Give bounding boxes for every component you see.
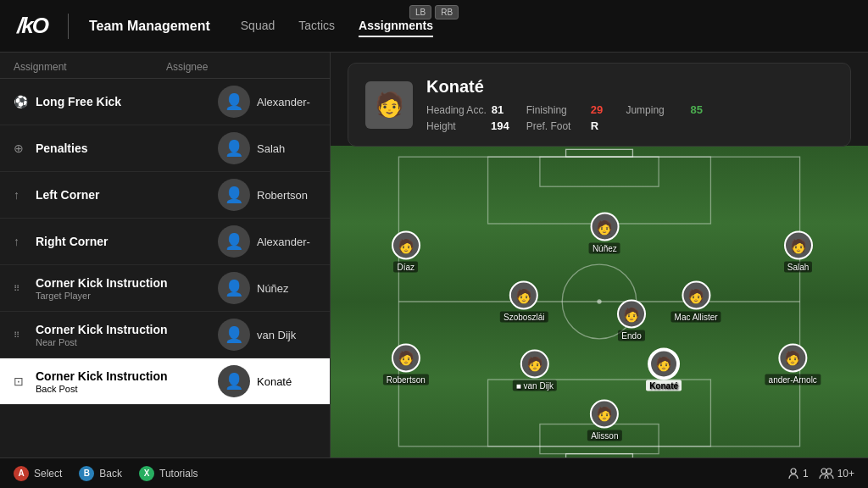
controller-hint: LB RB bbox=[409, 5, 459, 19]
stat-value-pref-foot: R bbox=[591, 119, 598, 132]
main-content: Assignment Assignee ⚽ Long Free Kick 👤 A… bbox=[0, 53, 868, 458]
stat-label-pref-foot: Pref. Foot bbox=[526, 120, 586, 132]
pitch-player-macallister: 🧑 Mac Allister bbox=[671, 281, 721, 323]
avatar-alexander-corner: 👤 bbox=[218, 225, 250, 258]
b-button-icon: B bbox=[79, 466, 94, 481]
row-left-corner[interactable]: ↑ Left Corner 👤 Robertson bbox=[0, 172, 330, 219]
assignee-long-free-kick: Alexander- bbox=[257, 96, 316, 108]
avatar-robertson: 👤 bbox=[218, 179, 250, 211]
row-corner-near[interactable]: ⠿ Corner Kick Instruction Near Post 👤 va… bbox=[0, 312, 330, 358]
count-many-value: 10+ bbox=[837, 468, 854, 480]
assign-main-left-corner: Left Corner bbox=[36, 188, 218, 202]
pitch-player-szoboszlai: 🧑 Szoboszlái bbox=[500, 281, 548, 323]
assign-main-corner-near: Corner Kick Instruction bbox=[36, 323, 218, 336]
stat-jumping: Jumping 85 bbox=[626, 103, 709, 116]
btn-back[interactable]: B Back bbox=[79, 466, 122, 481]
bottom-bar: A Select B Back X Tutorials 1 10+ bbox=[0, 458, 868, 488]
assignee-corner-target: Núñez bbox=[257, 282, 316, 295]
pitch-player-robertson: 🧑 Robertson bbox=[383, 343, 429, 385]
assignee-right-corner: Alexander- bbox=[257, 236, 316, 248]
stat-finishing: Finishing 29 bbox=[526, 103, 609, 116]
btn-tutorials-label: Tutorials bbox=[159, 468, 198, 480]
assign-sub-corner-near: Near Post bbox=[36, 337, 218, 347]
pitch-player-label-alisson: Alisson bbox=[587, 430, 621, 441]
avatar-nunez: 👤 bbox=[218, 272, 250, 304]
stat-label-jumping: Jumping bbox=[626, 104, 685, 116]
assign-sub-corner-back: Back Post bbox=[36, 384, 218, 394]
pitch-player-label-robertson: Robertson bbox=[383, 374, 429, 385]
pitch-player-label-diaz: Díaz bbox=[393, 262, 418, 273]
col-header-assignee: Assignee bbox=[166, 61, 316, 73]
corner-target-icon: ⠿ bbox=[14, 284, 32, 293]
avatar-alexander-freekick: 👤 bbox=[218, 86, 250, 118]
pitch-player-diaz: 🧑 Díaz bbox=[392, 231, 420, 273]
pitch-player-label-nunez: Núñez bbox=[589, 243, 620, 254]
row-long-free-kick[interactable]: ⚽ Long Free Kick 👤 Alexander- bbox=[0, 79, 330, 125]
avatar-konate-selected: 👤 bbox=[218, 365, 250, 397]
stat-value-jumping: 85 bbox=[690, 103, 702, 116]
btn-select-label: Select bbox=[34, 468, 62, 480]
assign-main-corner-back: Corner Kick Instruction bbox=[36, 369, 218, 383]
stat-value-heading: 81 bbox=[492, 103, 504, 116]
assign-main-corner-target: Corner Kick Instruction bbox=[36, 276, 218, 290]
avatar-vandijk: 👤 bbox=[218, 319, 250, 351]
pitch-player-label-vandijk: ■ van Dijk bbox=[513, 380, 557, 391]
count-1-value: 1 bbox=[803, 468, 809, 480]
player-card-stats: Heading Acc. 81 Finishing 29 Jumping 85 … bbox=[426, 103, 709, 132]
row-right-corner[interactable]: ↑ Right Corner 👤 Alexander- bbox=[0, 219, 330, 265]
stat-value-finishing: 29 bbox=[591, 103, 603, 116]
tab-squad[interactable]: Squad bbox=[241, 15, 275, 37]
btn-select[interactable]: A Select bbox=[14, 466, 62, 481]
x-button-icon: X bbox=[139, 466, 154, 481]
stat-label-height: Height bbox=[426, 120, 486, 132]
pitch-player-label-taa: ander-Arnolc bbox=[765, 374, 821, 385]
pitch-player-konate: 🧑 Konaté bbox=[646, 349, 682, 391]
football-pitch: 🧑 Alisson 🧑 Robertson 🧑 ■ van Dijk 🧑 Kon… bbox=[331, 146, 868, 458]
svg-point-12 bbox=[826, 469, 832, 474]
a-button-icon: A bbox=[14, 466, 29, 481]
svg-point-11 bbox=[821, 469, 826, 474]
nav-tabs: Squad Tactics Assignments bbox=[241, 15, 433, 37]
assign-main-right-corner: Right Corner bbox=[36, 235, 218, 248]
player-card-info: Konaté Heading Acc. 81 Finishing 29 Jump… bbox=[426, 77, 709, 132]
avatar-salah-penalties: 👤 bbox=[218, 132, 250, 164]
stat-pref-foot: Pref. Foot R bbox=[526, 119, 609, 132]
stat-height: Height 194 bbox=[426, 119, 509, 132]
stat-value-height: 194 bbox=[491, 119, 509, 132]
corner-back-icon: ⊡ bbox=[14, 374, 32, 388]
page-title: Team Management bbox=[89, 19, 210, 34]
assign-main-penalties: Penalties bbox=[36, 141, 218, 155]
pitch-player-endo: 🧑 Endo bbox=[617, 300, 646, 341]
assign-sub-corner-target: Target Player bbox=[36, 291, 218, 301]
pitch-player-label-endo: Endo bbox=[618, 330, 644, 341]
pitch-container: 🧑 Alisson 🧑 Robertson 🧑 ■ van Dijk 🧑 Kon… bbox=[331, 146, 868, 458]
player-count-1: 1 bbox=[787, 468, 809, 480]
svg-point-3 bbox=[597, 299, 601, 303]
pitch-player-taa: 🧑 ander-Arnolc bbox=[765, 343, 821, 385]
pitch-player-label-salah: Salah bbox=[784, 262, 813, 273]
assignee-left-corner: Robertson bbox=[257, 189, 316, 202]
tab-tactics[interactable]: Tactics bbox=[298, 15, 335, 37]
pitch-player-label-macallister: Mac Allister bbox=[671, 312, 721, 323]
divider bbox=[68, 14, 69, 39]
btn-back-label: Back bbox=[99, 468, 122, 480]
pitch-player-salah: 🧑 Salah bbox=[784, 231, 813, 273]
player-card-name: Konaté bbox=[426, 77, 709, 97]
pitch-player-label-szoboszlai: Szoboszlái bbox=[500, 312, 548, 323]
pitch-player-vandijk: 🧑 ■ van Dijk bbox=[513, 349, 557, 391]
stat-label-heading: Heading Acc. bbox=[426, 104, 487, 116]
assignee-corner-near: van Dijk bbox=[257, 329, 316, 341]
row-corner-target[interactable]: ⠿ Corner Kick Instruction Target Player … bbox=[0, 265, 330, 312]
btn-tutorials[interactable]: X Tutorials bbox=[139, 466, 198, 481]
row-corner-back[interactable]: ⊡ Corner Kick Instruction Back Post 👤 Ko… bbox=[0, 358, 330, 405]
lb-button[interactable]: LB bbox=[409, 5, 431, 19]
free-kick-icon: ⚽ bbox=[14, 95, 32, 108]
assignments-header: Assignment Assignee bbox=[0, 53, 330, 79]
app-logo: /kO bbox=[17, 13, 47, 39]
rb-button[interactable]: RB bbox=[435, 5, 459, 19]
row-penalties[interactable]: ⊕ Penalties 👤 Salah bbox=[0, 125, 330, 172]
corner-near-icon: ⠿ bbox=[14, 330, 32, 340]
bottom-right-info: 1 10+ bbox=[787, 468, 854, 480]
col-header-assignment: Assignment bbox=[14, 61, 166, 73]
top-bar: LB RB /kO Team Management Squad Tactics … bbox=[0, 0, 868, 53]
